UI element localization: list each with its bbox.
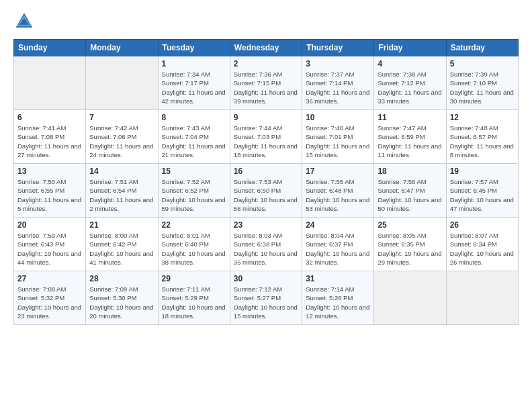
calendar-cell: 3 Sunrise: 7:37 AM Sunset: 7:14 PM Dayli… — [302, 56, 374, 110]
day-number: 5 — [450, 59, 515, 68]
day-info: Sunrise: 7:41 AM Sunset: 7:08 PM Dayligh… — [17, 124, 82, 159]
calendar-cell: 18 Sunrise: 7:56 AM Sunset: 6:47 PM Dayl… — [374, 164, 446, 218]
day-info: Sunrise: 8:05 AM Sunset: 6:35 PM Dayligh… — [378, 231, 442, 267]
sunrise: Sunrise: 7:53 AM — [234, 178, 282, 185]
weekday-header-sunday: Sunday — [14, 40, 86, 56]
day-info: Sunrise: 7:11 AM Sunset: 5:29 PM Dayligh… — [162, 285, 226, 320]
daylight: Daylight: 11 hours and 5 minutes. — [17, 196, 81, 212]
calendar-cell: 12 Sunrise: 7:48 AM Sunset: 6:57 PM Dayl… — [446, 110, 518, 164]
calendar-cell: 9 Sunrise: 7:44 AM Sunset: 7:03 PM Dayli… — [230, 110, 302, 164]
day-info: Sunrise: 7:39 AM Sunset: 7:10 PM Dayligh… — [450, 70, 515, 105]
logo — [13, 11, 38, 32]
daylight: Daylight: 10 hours and 12 minutes. — [306, 304, 369, 320]
sunrise: Sunrise: 7:47 AM — [378, 124, 426, 132]
sunrise: Sunrise: 7:42 AM — [89, 124, 138, 132]
daylight: Daylight: 10 hours and 35 minutes. — [234, 250, 298, 266]
sunrise: Sunrise: 7:39 AM — [450, 71, 498, 78]
calendar-cell: 6 Sunrise: 7:41 AM Sunset: 7:08 PM Dayli… — [14, 110, 86, 164]
day-info: Sunrise: 7:46 AM Sunset: 7:01 PM Dayligh… — [306, 124, 370, 159]
day-number: 6 — [17, 113, 82, 122]
calendar-cell: 14 Sunrise: 7:51 AM Sunset: 6:54 PM Dayl… — [86, 164, 158, 218]
sunset: Sunset: 5:29 PM — [162, 294, 209, 302]
daylight: Daylight: 10 hours and 44 minutes. — [17, 250, 81, 266]
daylight: Daylight: 10 hours and 23 minutes. — [17, 304, 81, 320]
day-number: 29 — [162, 274, 226, 283]
sunset: Sunset: 7:14 PM — [306, 79, 353, 87]
sunset: Sunset: 6:47 PM — [378, 187, 425, 194]
day-info: Sunrise: 7:34 AM Sunset: 7:17 PM Dayligh… — [162, 70, 226, 105]
sunset: Sunset: 7:17 PM — [162, 79, 209, 87]
day-number: 16 — [234, 167, 298, 176]
weekday-header-monday: Monday — [86, 40, 158, 56]
day-number: 22 — [162, 220, 226, 230]
sunrise: Sunrise: 7:12 AM — [234, 285, 282, 293]
daylight: Daylight: 11 hours and 30 minutes. — [450, 89, 514, 105]
calendar-cell: 20 Sunrise: 7:59 AM Sunset: 6:43 PM Dayl… — [14, 218, 86, 271]
calendar-cell: 11 Sunrise: 7:47 AM Sunset: 6:59 PM Dayl… — [374, 110, 446, 164]
sunset: Sunset: 6:34 PM — [450, 240, 497, 248]
sunset: Sunset: 5:32 PM — [17, 294, 64, 302]
sunset: Sunset: 6:43 PM — [17, 240, 64, 248]
calendar-cell: 8 Sunrise: 7:43 AM Sunset: 7:04 PM Dayli… — [158, 110, 230, 164]
sunset: Sunset: 7:12 PM — [378, 79, 425, 87]
day-info: Sunrise: 7:36 AM Sunset: 7:15 PM Dayligh… — [234, 70, 298, 105]
sunset: Sunset: 6:55 PM — [17, 187, 64, 194]
calendar-cell: 1 Sunrise: 7:34 AM Sunset: 7:17 PM Dayli… — [158, 56, 230, 110]
sunrise: Sunrise: 7:37 AM — [306, 71, 354, 78]
day-info: Sunrise: 7:59 AM Sunset: 6:43 PM Dayligh… — [17, 231, 82, 267]
calendar-cell: 17 Sunrise: 7:55 AM Sunset: 6:48 PM Dayl… — [302, 164, 374, 218]
day-number: 10 — [306, 113, 370, 122]
calendar-cell: 26 Sunrise: 8:07 AM Sunset: 6:34 PM Dayl… — [446, 218, 518, 271]
day-info: Sunrise: 7:56 AM Sunset: 6:47 PM Dayligh… — [378, 177, 442, 213]
sunset: Sunset: 6:59 PM — [378, 133, 425, 140]
calendar-cell: 5 Sunrise: 7:39 AM Sunset: 7:10 PM Dayli… — [446, 56, 518, 110]
sunset: Sunset: 6:52 PM — [162, 187, 209, 194]
day-number: 18 — [378, 167, 442, 176]
calendar-cell: 2 Sunrise: 7:36 AM Sunset: 7:15 PM Dayli… — [230, 56, 302, 110]
day-info: Sunrise: 8:04 AM Sunset: 6:37 PM Dayligh… — [306, 231, 370, 267]
sunset: Sunset: 5:30 PM — [89, 294, 136, 302]
sunset: Sunset: 7:03 PM — [234, 133, 281, 140]
sunset: Sunset: 7:10 PM — [450, 79, 497, 87]
sunrise: Sunrise: 7:51 AM — [89, 178, 138, 185]
day-info: Sunrise: 7:52 AM Sunset: 6:52 PM Dayligh… — [162, 177, 226, 213]
calendar-cell: 28 Sunrise: 7:09 AM Sunset: 5:30 PM Dayl… — [86, 271, 158, 325]
calendar-cell: 23 Sunrise: 8:03 AM Sunset: 6:38 PM Dayl… — [230, 218, 302, 271]
daylight: Daylight: 11 hours and 33 minutes. — [378, 89, 441, 105]
weekday-header-tuesday: Tuesday — [158, 40, 230, 56]
daylight: Daylight: 10 hours and 15 minutes. — [234, 304, 298, 320]
day-number: 8 — [162, 113, 226, 122]
day-number: 15 — [162, 167, 226, 176]
daylight: Daylight: 11 hours and 24 minutes. — [89, 142, 153, 158]
day-info: Sunrise: 8:03 AM Sunset: 6:38 PM Dayligh… — [234, 231, 298, 267]
day-info: Sunrise: 7:12 AM Sunset: 5:27 PM Dayligh… — [234, 285, 298, 320]
daylight: Daylight: 11 hours and 11 minutes. — [378, 142, 441, 158]
calendar-cell: 31 Sunrise: 7:14 AM Sunset: 5:26 PM Dayl… — [302, 271, 374, 325]
sunrise: Sunrise: 7:43 AM — [162, 124, 210, 132]
sunrise: Sunrise: 7:34 AM — [162, 71, 210, 78]
calendar-cell: 15 Sunrise: 7:52 AM Sunset: 6:52 PM Dayl… — [158, 164, 230, 218]
calendar-cell: 25 Sunrise: 8:05 AM Sunset: 6:35 PM Dayl… — [374, 218, 446, 271]
day-info: Sunrise: 7:47 AM Sunset: 6:59 PM Dayligh… — [378, 124, 442, 159]
sunrise: Sunrise: 7:57 AM — [450, 178, 498, 185]
day-number: 31 — [306, 274, 370, 283]
day-info: Sunrise: 7:51 AM Sunset: 6:54 PM Dayligh… — [89, 177, 154, 213]
sunrise: Sunrise: 7:11 AM — [162, 285, 210, 293]
sunrise: Sunrise: 7:36 AM — [234, 71, 282, 78]
day-number: 25 — [378, 220, 442, 230]
sunrise: Sunrise: 8:04 AM — [306, 232, 354, 239]
header — [13, 11, 519, 32]
sunrise: Sunrise: 8:01 AM — [162, 232, 210, 239]
day-info: Sunrise: 8:00 AM Sunset: 6:42 PM Dayligh… — [89, 231, 154, 267]
sunrise: Sunrise: 7:08 AM — [17, 285, 66, 293]
day-number: 1 — [162, 59, 226, 68]
sunset: Sunset: 6:38 PM — [234, 240, 281, 248]
sunset: Sunset: 7:04 PM — [162, 133, 209, 140]
day-number: 14 — [89, 167, 154, 176]
sunset: Sunset: 7:01 PM — [306, 133, 353, 140]
day-info: Sunrise: 7:42 AM Sunset: 7:06 PM Dayligh… — [89, 124, 154, 159]
day-number: 26 — [450, 220, 515, 230]
day-info: Sunrise: 7:43 AM Sunset: 7:04 PM Dayligh… — [162, 124, 226, 159]
daylight: Daylight: 11 hours and 42 minutes. — [162, 89, 226, 105]
calendar-cell: 13 Sunrise: 7:50 AM Sunset: 6:55 PM Dayl… — [14, 164, 86, 218]
